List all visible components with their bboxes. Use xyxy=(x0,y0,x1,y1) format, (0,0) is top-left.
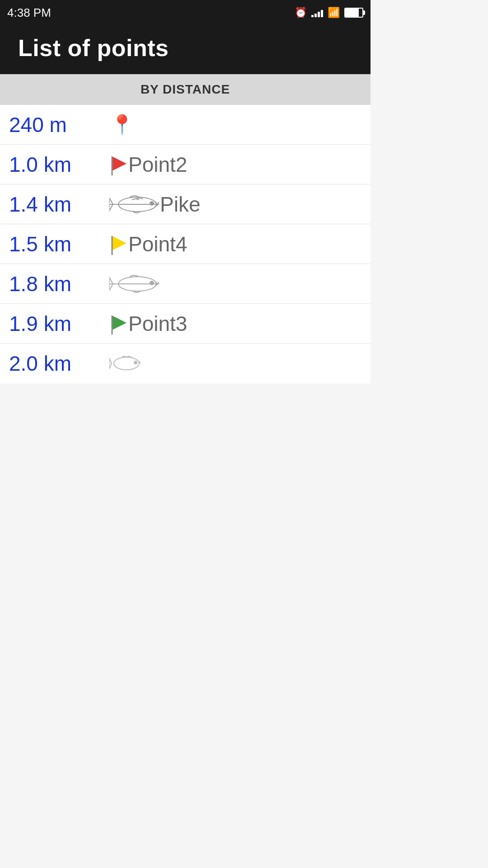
point-name: Point2 xyxy=(128,152,187,177)
alarm-icon: ⏰ xyxy=(295,7,307,19)
signal-icon xyxy=(311,8,323,17)
list-item[interactable]: 2.0 km xyxy=(0,344,371,383)
fish-icon xyxy=(108,194,160,214)
fish-icon xyxy=(108,274,160,294)
list-item[interactable]: 1.5 km Point4 xyxy=(0,224,371,264)
point-distance: 2.0 km xyxy=(9,351,108,376)
app-header: List of points xyxy=(0,25,371,74)
point-distance: 1.9 km xyxy=(9,311,108,336)
point-distance: 1.4 km xyxy=(9,192,108,217)
list-item[interactable]: 1.8 km xyxy=(0,264,371,304)
point-distance: 1.5 km xyxy=(9,232,108,256)
fish-icon xyxy=(108,355,142,372)
svg-marker-10 xyxy=(112,316,127,330)
status-time: 4:38 PM xyxy=(7,6,51,20)
page-title: List of points xyxy=(18,34,352,61)
list-item[interactable]: 1.9 km Point3 xyxy=(0,304,371,344)
status-bar: 4:38 PM ⏰ 📶 xyxy=(0,0,371,25)
flag-icon xyxy=(110,312,127,335)
point-distance: 1.0 km xyxy=(9,152,108,177)
point-distance: 240 m xyxy=(9,113,108,137)
sort-button[interactable]: BY DISTANCE xyxy=(8,82,362,97)
sort-bar[interactable]: BY DISTANCE xyxy=(0,74,371,105)
list-item[interactable]: 1.4 km xyxy=(0,184,371,224)
point-distance: 1.8 km xyxy=(9,272,108,296)
list-item[interactable]: 240 m 📍 xyxy=(0,105,371,145)
point-name: Pike xyxy=(160,192,200,217)
svg-point-13 xyxy=(134,361,137,364)
location-pin-icon: 📍 xyxy=(110,113,134,136)
svg-marker-5 xyxy=(112,236,127,250)
flag-icon xyxy=(110,153,127,175)
point-name: Point4 xyxy=(128,232,187,256)
wifi-icon: 📶 xyxy=(328,7,340,19)
flag-icon xyxy=(110,233,127,255)
points-list: 240 m 📍 1.0 km Point2 1.4 km xyxy=(0,105,371,383)
list-item[interactable]: 1.0 km Point2 xyxy=(0,145,371,184)
status-icons: ⏰ 📶 xyxy=(295,7,363,19)
battery-icon xyxy=(344,8,363,18)
point-name: Point3 xyxy=(128,311,187,336)
svg-marker-0 xyxy=(112,156,127,171)
